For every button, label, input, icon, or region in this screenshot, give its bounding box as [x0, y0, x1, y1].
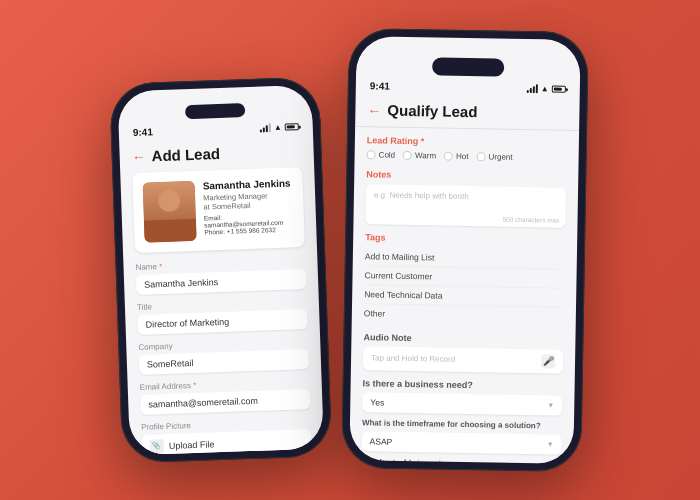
- email-input[interactable]: samantha@someretail.com: [140, 389, 311, 415]
- timeframe-dropdown[interactable]: ASAP ▼: [361, 431, 561, 454]
- title-field-container: Title Director of Marketing: [137, 297, 308, 335]
- right-screen-title: Qualify Lead: [387, 102, 477, 121]
- dynamic-island-left: [185, 103, 245, 119]
- audio-input[interactable]: Tap and Hold to Record 🎤: [363, 346, 563, 373]
- mic-icon[interactable]: 🎤: [541, 354, 555, 368]
- dynamic-island-right: [432, 57, 504, 76]
- business-need-section: Is there a business need? Yes ▼: [350, 378, 575, 416]
- tag-other[interactable]: Other: [364, 304, 564, 325]
- audio-placeholder: Tap and Hold to Record: [371, 353, 455, 363]
- radio-cold[interactable]: Cold: [367, 150, 396, 159]
- status-icons-right: ▲: [527, 84, 566, 94]
- back-arrow-left[interactable]: ←: [131, 148, 146, 164]
- notes-input[interactable]: e.g. Needs help with booth 500 character…: [365, 184, 566, 227]
- radio-hot[interactable]: Hot: [444, 151, 469, 160]
- audio-note-label: Audio Note: [363, 332, 563, 345]
- tags-label: Tags: [353, 232, 577, 246]
- notes-counter: 500 characters max: [502, 215, 559, 223]
- title-input[interactable]: Director of Marketing: [137, 309, 308, 335]
- product-label: Product of Interest: [361, 457, 561, 464]
- email-field-container: Email Address * samantha@someretail.com: [140, 377, 311, 415]
- status-icons-left: ▲: [260, 122, 299, 132]
- business-need-label: Is there a business need?: [363, 378, 563, 391]
- left-screen-title: Add Lead: [151, 145, 220, 164]
- audio-note-section: Audio Note Tap and Hold to Record 🎤: [363, 332, 564, 373]
- profile-name: Samantha Jenkins: [203, 177, 293, 191]
- avatar-image: [143, 181, 197, 243]
- chevron-icon-business: ▼: [547, 401, 554, 408]
- timeframe-value: ASAP: [370, 436, 393, 446]
- tags-section: Add to Mailing List Current Customer Nee…: [364, 247, 565, 325]
- company-input[interactable]: SomeRetail: [139, 349, 310, 375]
- signal-icon-left: [260, 124, 271, 132]
- radio-urgent[interactable]: Urgent: [476, 152, 512, 162]
- right-phone-screen: 9:41 ▲ ← Qualify Lead: [349, 36, 580, 464]
- name-input[interactable]: Samantha Jenkins: [136, 269, 307, 295]
- radio-warm-circle[interactable]: [403, 150, 412, 159]
- battery-icon-left: [285, 123, 299, 130]
- left-phone-screen: 9:41 ▲ ← Add Lead: [117, 85, 324, 456]
- profile-card: Samantha Jenkins Marketing Manager at So…: [132, 167, 305, 253]
- profile-pic-field-container: Profile Picture 📎 Upload File: [141, 417, 312, 455]
- radio-urgent-circle[interactable]: [476, 152, 485, 161]
- company-field-container: Company SomeRetail: [138, 337, 309, 375]
- business-need-value: Yes: [370, 397, 384, 407]
- business-need-dropdown[interactable]: Yes ▼: [362, 392, 562, 415]
- wifi-icon-right: ▲: [541, 84, 549, 93]
- wifi-icon-left: ▲: [274, 123, 282, 132]
- profile-company: at SomeRetail: [203, 199, 293, 211]
- signal-icon-right: [527, 85, 538, 93]
- timeframe-label: What is the timeframe for choosing a sol…: [362, 418, 562, 430]
- timeframe-section: What is the timeframe for choosing a sol…: [349, 418, 574, 455]
- lead-rating-group: Cold Warm Hot Urgent: [355, 150, 579, 163]
- right-phone: 9:41 ▲ ← Qualify Lead: [341, 28, 589, 472]
- time-left: 9:41: [133, 126, 153, 138]
- product-section: Product of Interest: [349, 457, 573, 464]
- upload-file-button[interactable]: 📎 Upload File: [141, 429, 312, 455]
- time-right: 9:41: [370, 80, 390, 91]
- notes-label: Notes: [354, 169, 578, 183]
- radio-cold-circle[interactable]: [367, 150, 376, 159]
- back-arrow-right[interactable]: ←: [367, 102, 381, 118]
- chevron-icon-timeframe: ▼: [547, 440, 554, 447]
- lead-rating-label: Lead Rating *: [355, 135, 579, 149]
- profile-info: Samantha Jenkins Marketing Manager at So…: [203, 177, 295, 240]
- notes-placeholder: e.g. Needs help with booth: [374, 190, 558, 202]
- left-phone: 9:41 ▲ ← Add Lead: [109, 76, 332, 463]
- name-field-container: Name * Samantha Jenkins: [135, 257, 306, 295]
- avatar: [143, 181, 197, 243]
- radio-warm[interactable]: Warm: [403, 150, 436, 160]
- radio-hot-circle[interactable]: [444, 151, 453, 160]
- phones-container: 9:41 ▲ ← Add Lead: [115, 30, 585, 470]
- upload-icon: 📎: [150, 439, 164, 453]
- battery-icon-right: [552, 85, 566, 92]
- right-screen-header: ← Qualify Lead: [355, 95, 580, 130]
